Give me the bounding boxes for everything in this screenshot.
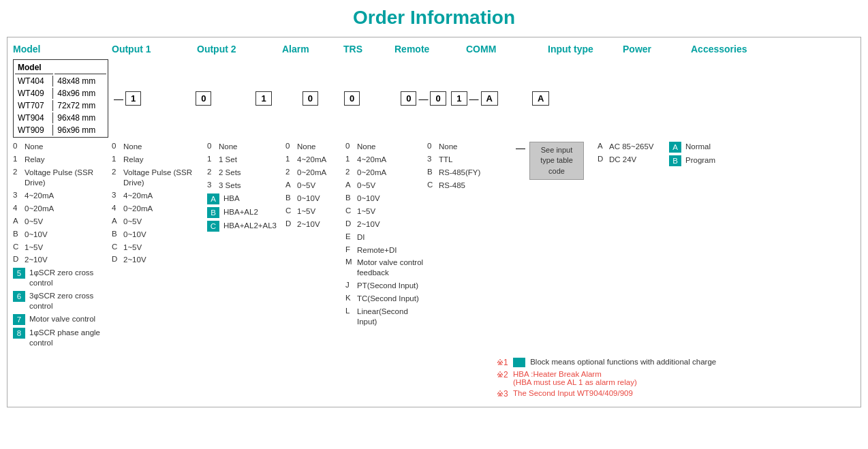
alarm-option-list: 0None 11 Set 22 Sets 33 Sets AHBA BHBA+A…: [207, 142, 283, 232]
alarm-code: 1: [255, 91, 271, 106]
opt-alarm-1: 11 Set: [207, 155, 283, 165]
accessories-option-list: A Normal B Program: [669, 142, 751, 166]
model-row: WT40448x48 mm: [15, 76, 106, 87]
page-title: Order Information: [7, 7, 861, 29]
opt-output2-3: 34~20mA: [112, 191, 203, 201]
output2-col-header: Output 2: [197, 43, 282, 55]
accessories-code: A: [532, 91, 549, 106]
options-row: 0None 1Relay 2Voltage Pulse (SSR Drive) …: [13, 142, 855, 351]
alarm-options: 0None 11 Set 22 Sets 33 Sets AHBA BHBA+A…: [207, 142, 285, 234]
opt-output1-2: 2Voltage Pulse (SSR Drive): [13, 168, 108, 188]
comm-option-list: 0None 3TTL BRS-485(FY) CRS-485: [427, 142, 513, 191]
power-code: A: [481, 91, 498, 106]
note-2: ※2 HBA :Heater Break Alarm(HBA must use …: [497, 370, 855, 386]
opt-remote-E: EDI: [345, 232, 424, 243]
column-headers: Model Output 1 Output 2 Alarm TRS Remote…: [13, 43, 855, 55]
dash2: —: [418, 93, 428, 104]
opt-comm-3: 3TTL: [427, 155, 513, 165]
opt-alarm-B: BHBA+AL2: [207, 207, 283, 218]
output1-options: 0None 1Relay 2Voltage Pulse (SSR Drive) …: [13, 142, 112, 351]
opt-power-D: DDC 24V: [598, 155, 666, 165]
trs-code: 0: [303, 91, 318, 106]
order-info-table: Model Output 1 Output 2 Alarm TRS Remote…: [7, 37, 861, 407]
inputtype-options: See input type table code: [529, 142, 598, 180]
opt-acc-A: A Normal: [669, 142, 751, 153]
opt-remote-D: D2~10V: [345, 219, 424, 230]
comm-options: 0None 3TTL BRS-485(FY) CRS-485: [427, 142, 516, 193]
opt-remote-C: C1~5V: [345, 206, 424, 217]
dash-inputtype: —: [516, 142, 529, 154]
inputtype-label: See input type table code: [529, 142, 584, 180]
output2-options: 0None 1Relay 2Voltage Pulse (SSR Drive) …: [112, 142, 207, 268]
opt-output1-7: 7Motor valve control: [13, 314, 108, 325]
opt-trs-A: A0~5V: [285, 181, 343, 191]
output1-option-list: 0None 1Relay 2Voltage Pulse (SSR Drive) …: [13, 142, 108, 348]
opt-remote-2: 20~20mA: [345, 168, 424, 178]
opt-remote-J: JPT(Second Input): [345, 281, 424, 291]
remote-col-header: Remote: [394, 43, 466, 55]
teal-block-icon: [513, 358, 525, 367]
output2-option-list: 0None 1Relay 2Voltage Pulse (SSR Drive) …: [112, 142, 203, 265]
note-3: ※3 The Second Input WT904/409/909: [497, 389, 855, 399]
opt-output1-3: 34~20mA: [13, 191, 108, 201]
trs-options: 0None 14~20mA 20~20mA A0~5V B0~10V C1~5V…: [285, 142, 345, 232]
remote-code: 0: [344, 91, 360, 106]
opt-output1-D: D2~10V: [13, 255, 108, 265]
model-row: WT40948x96 mm: [15, 88, 106, 99]
opt-alarm-2: 22 Sets: [207, 168, 283, 178]
opt-remote-L: LLinear(Second Input): [345, 307, 424, 327]
opt-alarm-C: CHBA+AL2+AL3: [207, 221, 283, 232]
opt-remote-0: 0None: [345, 142, 424, 152]
opt-output2-B: B0~10V: [112, 230, 203, 240]
opt-remote-B: B0~10V: [345, 193, 424, 204]
opt-alarm-A: AHBA: [207, 193, 283, 204]
opt-output1-0: 0None: [13, 142, 108, 152]
comm-col-header: COMM: [466, 43, 534, 55]
opt-trs-B: B0~10V: [285, 193, 343, 204]
inputtype-code2: 1: [451, 91, 467, 106]
opt-trs-C: C1~5V: [285, 206, 343, 217]
remote-options: 0None 14~20mA 20~20mA A0~5V B0~10V C1~5V…: [345, 142, 427, 330]
opt-output2-A: A0~5V: [112, 217, 203, 227]
opt-output1-5: 51φSCR zero cross control: [13, 268, 108, 288]
opt-output1-1: 1Relay: [13, 155, 108, 165]
opt-output2-4: 40~20mA: [112, 204, 203, 214]
opt-remote-M: MMotor valve control feedback: [345, 258, 424, 278]
opt-output2-0: 0None: [112, 142, 203, 152]
comm-code: 0: [401, 91, 416, 106]
opt-trs-2: 20~20mA: [285, 168, 343, 178]
model-row: WT70772x72 mm: [15, 100, 106, 111]
notes-section: ※1 Block means optional functions with a…: [13, 358, 855, 399]
opt-output2-C: C1~5V: [112, 243, 203, 253]
opt-trs-D: D2~10V: [285, 219, 343, 230]
opt-output2-2: 2Voltage Pulse (SSR Drive): [112, 168, 203, 188]
opt-output1-B: B0~10V: [13, 230, 108, 240]
accessories-col-header: Accessories: [691, 43, 759, 55]
opt-output1-8: 81φSCR phase angle control: [13, 328, 108, 348]
opt-output1-4: 40~20mA: [13, 204, 108, 214]
note-1: ※1 Block means optional functions with a…: [497, 358, 855, 367]
opt-output1-A: A0~5V: [13, 217, 108, 227]
opt-output2-D: D2~10V: [112, 255, 203, 265]
model-table-container: Model WT40448x48 mm WT40948x96 mm WT7077…: [13, 59, 112, 138]
opt-acc-B: B Program: [669, 155, 751, 166]
inputtype-code1: 0: [430, 91, 446, 106]
opt-comm-C: CRS-485: [427, 181, 513, 191]
model-col-header: Model: [13, 43, 112, 55]
remote-option-list: 0None 14~20mA 20~20mA A0~5V B0~10V C1~5V…: [345, 142, 424, 327]
opt-output1-6: 63φSCR zero cross control: [13, 291, 108, 311]
power-options: AAC 85~265V DDC 24V: [598, 142, 669, 168]
output1-code: 1: [125, 91, 141, 106]
alarm-col-header: Alarm: [282, 43, 343, 55]
opt-comm-B: BRS-485(FY): [427, 168, 513, 178]
opt-alarm-3: 33 Sets: [207, 181, 283, 191]
opt-remote-A: A0~5V: [345, 181, 424, 191]
trs-col-header: TRS: [343, 43, 394, 55]
opt-remote-1: 14~20mA: [345, 155, 424, 165]
opt-remote-F: FRemote+DI: [345, 245, 424, 256]
opt-power-A: AAC 85~265V: [598, 142, 666, 152]
accessories-options: A Normal B Program: [669, 142, 751, 169]
power-option-list: AAC 85~265V DDC 24V: [598, 142, 666, 165]
opt-trs-0: 0None: [285, 142, 343, 152]
trs-option-list: 0None 14~20mA 20~20mA A0~5V B0~10V C1~5V…: [285, 142, 343, 230]
